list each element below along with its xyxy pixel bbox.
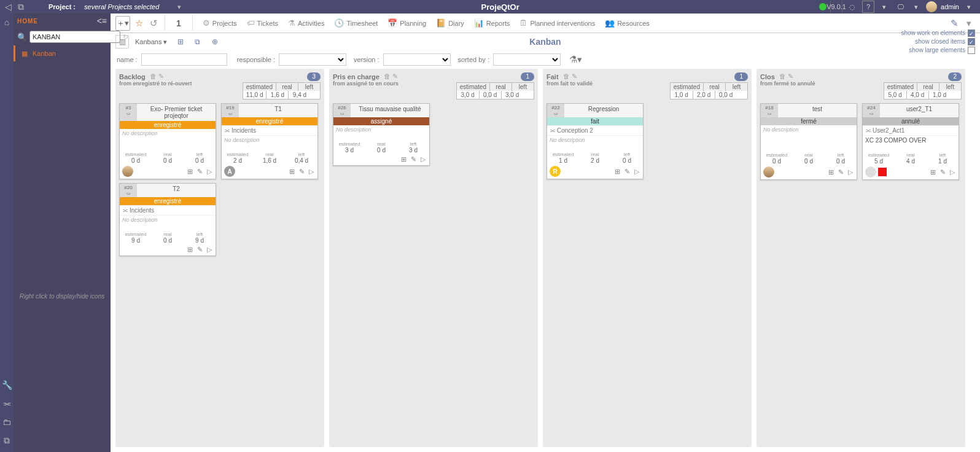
filter-version-select[interactable] [383,53,451,66]
search-input[interactable] [29,31,120,43]
kanban-card[interactable]: #3▭Exo- Premier ticket projeqtorenregist… [119,103,216,179]
user-name[interactable]: admin [941,3,959,10]
column-summary: estimatedrealleft11,0 d1,6 d9,4 d [243,82,321,99]
code-icon[interactable]: ⧉ [4,435,10,446]
folder-icon[interactable]: 🗀 [2,417,11,427]
home-icon[interactable]: ⌂ [4,17,9,27]
card-id: #18▭ [761,104,778,117]
toolbar-link[interactable]: 📊Reports [469,18,515,28]
forward-icon[interactable]: ▷ [633,168,640,176]
toolbar-link[interactable]: 🏷Tickets [242,18,283,28]
toolbar-link[interactable]: ⚗Activities [283,18,329,28]
home-label[interactable]: HOME [17,18,38,25]
opt-work-checkbox[interactable] [968,29,975,37]
delete-icon[interactable]: 🗑 [150,72,157,80]
back-icon[interactable]: ◁ [5,2,12,12]
toolbar-link[interactable]: ⚙Projects [198,18,242,28]
copy-kanban-icon[interactable]: ⧉ [191,35,204,49]
edit-icon[interactable]: ✎ [196,168,204,176]
chevron-down-icon[interactable]: ▾ [963,1,975,13]
edit-icon[interactable]: ✎ [410,155,418,163]
link-label: Timesheet [346,20,378,27]
delete-icon[interactable]: 🗑 [563,72,570,80]
link-icon[interactable]: ⫘ [2,399,11,408]
tool-icon[interactable]: 🔧 [2,380,12,390]
chevron-down-icon[interactable]: ▾ [878,1,890,13]
avatar [763,166,774,177]
toolbar-link[interactable]: 📅Planning [383,18,431,28]
kanban-card[interactable]: #18▭testferméNo descriptionestimated0 dr… [760,103,857,180]
share-kanban-icon[interactable]: ⊕ [208,35,222,49]
window-icon[interactable]: ⧉ [18,2,24,12]
kanban-column: Pris en charge🗑✎from assigné to en cours… [329,69,538,447]
edit-icon[interactable]: ✎ [392,72,398,80]
opt-large-checkbox[interactable] [968,47,975,54]
opt-closed-label: show closed items [915,37,965,46]
edit-icon[interactable]: ✎ [158,72,164,80]
filter-sorted-select[interactable] [493,53,561,66]
sum-hdr: estimated [884,83,917,91]
kanbans-dropdown[interactable]: Kanbans ▾ [133,38,170,46]
forward-icon[interactable]: ▷ [308,168,315,176]
card-link[interactable]: ⫘User2_Act1 [863,125,959,136]
layout-icon[interactable]: ▥ [115,35,129,49]
add-icon[interactable]: ⊞ [288,168,296,176]
forward-icon[interactable]: ▷ [419,155,427,163]
card-description: No description [120,129,216,138]
page-title: Kanban [529,37,561,47]
kanban-card[interactable]: #20▭T2enregistré⫘IncidentsNo description… [119,183,216,256]
add-kanban-icon[interactable]: ⊞ [174,35,187,49]
chevron-down-icon[interactable]: ▾ [963,17,975,29]
card-link[interactable]: ⫘Incidents [222,125,317,136]
delete-icon[interactable]: 🗑 [384,72,391,80]
funnel-icon[interactable]: ⚗▾ [569,54,582,65]
chevron-down-icon[interactable]: ▾ [910,1,922,13]
toolbar-link[interactable]: 📔Diary [431,18,469,28]
forward-icon[interactable]: ▷ [206,168,213,176]
forward-icon[interactable]: ▷ [949,168,956,176]
edit-icon[interactable]: ✎ [623,168,631,176]
kanban-card[interactable]: #26▭Tissu mauvaise qualitéassignéNo desc… [333,103,430,166]
edit-icon[interactable]: ✎ [837,168,845,176]
toolbar-link[interactable]: 👥Resources [600,18,655,28]
add-icon[interactable]: ⊞ [929,168,937,176]
opt-closed-checkbox[interactable] [968,38,975,45]
monitor-icon[interactable]: 🖵 [894,1,906,13]
filter-responsible-select[interactable] [279,53,346,66]
nav-kanban[interactable]: ▦ Kanban [14,45,111,61]
new-button[interactable]: ＋▾ [115,16,130,31]
kanban-card[interactable]: #24▭user2_T1annulé⫘User2_Act1XC 23 COMPO… [862,103,959,180]
star-icon[interactable]: ☆ [133,17,145,29]
column-subtitle: from assigné to en cours [333,80,399,87]
help-icon[interactable]: ? [862,1,874,13]
card-metrics: estimated1 dreal2 dleft0 d [547,150,643,164]
forward-icon[interactable]: ▷ [206,246,213,254]
add-icon[interactable]: ⊞ [186,168,194,176]
toolbar-link[interactable]: 🕓Timesheet [329,18,383,28]
card-link[interactable]: ⫘Conception 2 [547,125,643,136]
link-label: Planned interventions [530,20,595,27]
filter-name-label: name : [117,56,138,63]
project-name[interactable]: several Projects selected [84,3,159,10]
edit-icon[interactable]: ✎ [572,72,577,80]
edit-icon[interactable]: ✎ [298,168,306,176]
user-avatar[interactable] [926,1,937,12]
edit-icon[interactable]: ✎ [788,72,793,80]
add-icon[interactable]: ⊞ [613,168,621,176]
delete-icon[interactable]: 🗑 [779,72,786,80]
kanban-card[interactable]: #22▭Regressionfait⫘Conception 2No descri… [546,103,644,179]
add-icon[interactable]: ⊞ [827,168,835,176]
edit-icon[interactable]: ✎ [196,246,204,254]
add-icon[interactable]: ⊞ [400,155,408,163]
column-title: Fait [546,73,559,80]
card-link[interactable]: ⫘Incidents [120,205,216,216]
history-icon[interactable]: ↺ [147,17,160,29]
edit-icon[interactable]: ✎ [948,17,960,29]
toolbar-link[interactable]: 🗓Planned interventions [515,18,600,28]
collapse-icon[interactable]: <≡ [97,16,107,26]
forward-icon[interactable]: ▷ [847,168,854,176]
filter-name-input[interactable] [141,53,227,66]
add-icon[interactable]: ⊞ [186,246,194,254]
kanban-card[interactable]: #19▭T1enregistré⫘IncidentsNo description… [221,103,318,179]
edit-icon[interactable]: ✎ [939,168,947,176]
